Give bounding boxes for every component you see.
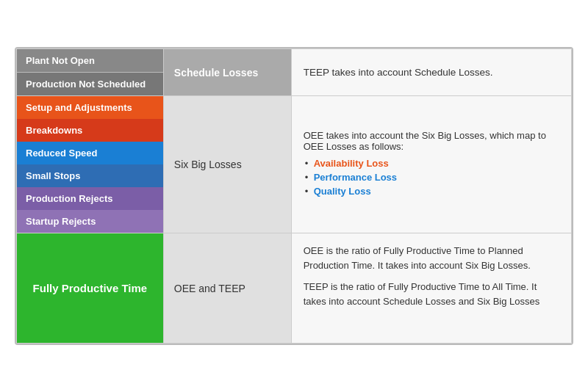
oee-teep-row: Fully Productive Time OEE and TEEP OEE i… bbox=[17, 233, 572, 344]
setup-adjustments-label: Setup and Adjustments bbox=[17, 96, 163, 119]
six-big-labels: Setup and Adjustments Breakdowns Reduced… bbox=[17, 96, 163, 233]
performance-loss-item: Performance Loss bbox=[304, 172, 559, 183]
availability-loss-item: Availability Loss bbox=[304, 158, 559, 169]
schedule-losses-row: Plant Not Open Production Not Scheduled … bbox=[17, 49, 572, 96]
main-table-wrapper: Plant Not Open Production Not Scheduled … bbox=[15, 47, 573, 345]
availability-loss-text: Availability Loss bbox=[314, 158, 389, 169]
quality-loss-text: Quality Loss bbox=[314, 186, 371, 197]
plant-not-open-label: Plant Not Open bbox=[17, 49, 163, 73]
breakdowns-label: Breakdowns bbox=[17, 119, 163, 142]
small-stops-label: Small Stops bbox=[17, 164, 163, 187]
oee-teep-category: OEE and TEEP bbox=[163, 233, 291, 344]
schedule-losses-category: Schedule Losses bbox=[163, 49, 291, 96]
six-big-losses-row: Setup and Adjustments Breakdowns Reduced… bbox=[17, 96, 572, 233]
oee-description-p1: OEE is the ratio of Fully Productive Tim… bbox=[304, 244, 559, 272]
production-rejects-label: Production Rejects bbox=[17, 187, 163, 210]
six-big-intro: OEE takes into account the Six Big Losse… bbox=[304, 130, 546, 152]
reduced-speed-label: Reduced Speed bbox=[17, 142, 163, 164]
schedule-losses-description: TEEP takes into account Schedule Losses. bbox=[291, 49, 571, 96]
quality-loss-item: Quality Loss bbox=[304, 186, 559, 197]
production-not-scheduled-label: Production Not Scheduled bbox=[17, 73, 163, 95]
startup-rejects-label: Startup Rejects bbox=[17, 210, 163, 233]
oee-desc-block: OEE is the ratio of Fully Productive Tim… bbox=[304, 244, 559, 308]
schedule-labels: Plant Not Open Production Not Scheduled bbox=[17, 49, 163, 95]
performance-loss-text: Performance Loss bbox=[314, 172, 397, 183]
six-big-losses-description: OEE takes into account the Six Big Losse… bbox=[291, 96, 571, 233]
oee-loss-list: Availability Loss Performance Loss Quali… bbox=[304, 158, 559, 197]
oee-teep-description: OEE is the ratio of Fully Productive Tim… bbox=[291, 233, 571, 344]
six-big-losses-category: Six Big Losses bbox=[163, 96, 291, 233]
fully-productive-time-label: Fully Productive Time bbox=[17, 233, 164, 344]
oee-description-p2: TEEP is the ratio of Fully Productive Ti… bbox=[304, 280, 559, 308]
